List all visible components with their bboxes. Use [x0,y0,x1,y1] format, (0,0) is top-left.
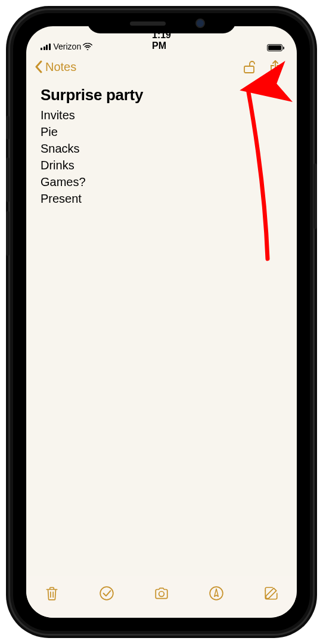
front-camera [195,18,205,28]
compose-button[interactable] [261,583,281,603]
note-lines: InvitesPieSnacksDrinksGames?Present [41,107,282,207]
back-button[interactable]: Notes [35,60,76,74]
delete-button[interactable] [42,583,62,603]
note-line: Present [41,190,282,207]
unlock-icon [242,60,256,74]
status-right [171,44,282,51]
nav-bar: Notes [26,52,297,81]
wifi-icon [83,43,92,50]
back-label: Notes [45,60,76,74]
compose-icon [263,586,279,601]
lock-button[interactable] [236,54,262,80]
svg-rect-0 [244,66,254,73]
power-button [313,163,317,229]
phone-bezel: Verizon 1:19 PM [13,13,310,631]
camera-button[interactable] [151,583,172,603]
volume-down-button [6,211,10,256]
bottom-toolbar [26,576,297,618]
share-icon [268,60,282,74]
volume-up-button [6,157,10,202]
markup-button[interactable] [206,583,226,603]
phone-frame: Verizon 1:19 PM [8,8,315,636]
note-content[interactable]: Surprise party InvitesPieSnacksDrinksGam… [41,86,282,207]
note-line: Snacks [41,140,282,157]
camera-icon [154,586,169,601]
mute-switch [6,116,10,140]
carrier-label: Verizon [54,42,82,51]
note-line: Drinks [41,157,282,174]
note-line: Pie [41,123,282,140]
screen: Verizon 1:19 PM [26,26,297,618]
svg-point-1 [100,587,113,600]
trash-icon [44,586,60,601]
pen-circle-icon [209,586,224,601]
status-left: Verizon [41,42,152,51]
speaker-grille [130,21,166,26]
note-title: Surprise party [41,86,282,104]
chevron-left-icon [35,60,43,73]
notch [87,13,236,33]
check-circle-icon [99,586,114,601]
checklist-button[interactable] [97,583,117,603]
note-line: Invites [41,107,282,123]
note-line: Games? [41,174,282,190]
cell-signal-icon [41,44,51,50]
share-button[interactable] [262,54,288,80]
battery-icon [267,44,282,51]
svg-point-2 [159,592,164,597]
